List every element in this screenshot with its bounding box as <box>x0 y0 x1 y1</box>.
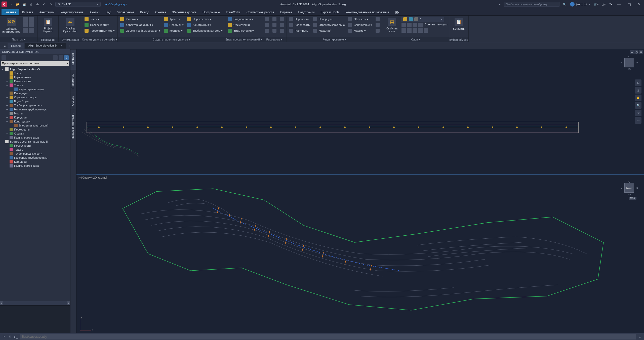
tree-node[interactable]: +Съемка <box>0 132 70 136</box>
ribbon-tab-analyze[interactable]: Анализ <box>87 9 103 15</box>
ribbon-tab-featured[interactable]: Рекомендованные приложения <box>342 9 392 15</box>
tree-node[interactable]: Элементы конструкций <box>0 123 70 128</box>
user-menu[interactable]: jenrix.kot ▾ <box>570 2 590 7</box>
tree-node[interactable]: Группы рамок вида <box>0 136 70 140</box>
mirror-button[interactable]: Отразить зеркально <box>312 22 346 27</box>
ribbon-tab-express[interactable]: Express Tools <box>317 9 342 15</box>
tree-node[interactable]: Группы рамок вида <box>0 164 70 168</box>
samplelines-button[interactable]: Оси сечений <box>227 22 255 27</box>
drawing-tab[interactable]: Align-Superelevation-5* ✕ <box>25 43 66 49</box>
viewcube-top[interactable]: С Ю З В <box>622 56 636 70</box>
panel-title-design-data[interactable]: Создать проектные данные ▾ <box>118 37 225 42</box>
ribbon-tab-home[interactable]: Главная <box>2 9 19 15</box>
ts-btn-3[interactable] <box>59 55 63 60</box>
tree-node[interactable]: Водосборы <box>0 99 70 103</box>
nav-zoom[interactable]: 🔍 <box>635 102 641 109</box>
tree-hscroll[interactable]: ◂ ▸ <box>0 301 70 305</box>
palette-btn-2[interactable] <box>23 22 28 27</box>
maximize-button[interactable]: ▢ <box>626 2 632 6</box>
panel-title-modify[interactable]: Редактирование ▾ <box>287 37 382 42</box>
viewport-profile[interactable]: — ▢ ✕ С Ю З В <box>76 49 644 174</box>
vtab-prospector[interactable]: Навигатор <box>70 49 76 70</box>
layer-btn-1[interactable] <box>401 23 406 27</box>
tree-node[interactable]: Перекрестки <box>0 128 70 132</box>
layer-btn-3[interactable] <box>413 23 417 27</box>
tree-node[interactable]: -Быстрые ссылки на данные [] <box>0 140 70 144</box>
panel-title-draw[interactable]: Рисование ▾ <box>262 37 287 42</box>
nav-orbit[interactable]: ⟲ <box>635 110 641 116</box>
array-button[interactable]: Массив ▾ <box>347 28 373 33</box>
paste-button[interactable]: 📋 Вставить <box>451 17 467 30</box>
draw-polyline[interactable] <box>264 22 270 27</box>
new-tab-button[interactable]: + <box>66 43 73 49</box>
save-icon[interactable]: 💾 <box>22 2 27 7</box>
ribbon-tab-modify[interactable]: Редактирование <box>57 9 86 15</box>
layer-btn-6[interactable] <box>407 28 412 33</box>
scroll-right-icon[interactable]: ▸ <box>67 301 70 305</box>
ribbon-tab-infraworks[interactable]: InfraWorks <box>223 9 244 15</box>
rotate-button[interactable]: Повернуть <box>312 17 346 22</box>
draw-arc[interactable] <box>271 17 277 22</box>
palette-btn-1[interactable] <box>23 17 28 22</box>
vtab-survey[interactable]: Съемка <box>70 92 76 109</box>
assembly-button[interactable]: Конструкция ▾ <box>186 22 224 27</box>
ribbon-tab-extra[interactable]: ▣▾ <box>392 9 403 15</box>
viewport-plan[interactable]: [+][Сверху][2D-каркас] С Ю З В Сверху МС… <box>76 174 644 333</box>
search-icon[interactable]: 🔍 <box>563 3 567 6</box>
points-button[interactable]: Точки ▾ <box>84 17 116 22</box>
tree-node[interactable]: Мосты <box>0 111 70 115</box>
scroll-left-icon[interactable]: ◂ <box>0 301 3 305</box>
ribbon-tab-addins[interactable]: Надстройки <box>295 9 318 15</box>
ribbon-tab-insert[interactable]: Вставка <box>19 9 36 15</box>
ribbon-tab-view[interactable]: Вид <box>103 9 114 15</box>
draw-circle[interactable] <box>264 28 270 33</box>
tree-node[interactable]: Поверхности <box>0 144 70 148</box>
project-explorer-button[interactable]: 📋 Project Explorer <box>39 17 57 33</box>
ts-btn-2[interactable] <box>53 55 58 60</box>
draw-line[interactable] <box>264 17 270 22</box>
share-button[interactable]: ✈ Общий доступ <box>105 3 127 6</box>
tree-node[interactable]: +Конструкции <box>0 119 70 123</box>
parcel-button[interactable]: Участок ▾ <box>119 17 162 22</box>
minimize-button[interactable]: — <box>616 2 622 6</box>
close-tab-icon[interactable]: ✕ <box>60 44 62 47</box>
draw-spline[interactable] <box>279 22 285 27</box>
layer-btn-4[interactable] <box>418 23 423 27</box>
command-input[interactable] <box>20 334 636 339</box>
sectionviews-button[interactable]: Виды сечения ▾ <box>227 28 255 33</box>
tree-node[interactable]: Трубопроводные сети <box>0 152 70 156</box>
saveas-icon[interactable]: ⎙ <box>29 2 33 7</box>
palette-btn-5[interactable] <box>29 22 34 27</box>
expand-icon[interactable]: + <box>6 148 9 151</box>
toolspace-button[interactable]: ✖⚙ Область инструментов <box>2 17 21 33</box>
new-icon[interactable]: ▫ <box>9 2 14 7</box>
profile-button[interactable]: Профиль ▾ <box>163 22 185 27</box>
viewcube-face[interactable] <box>624 58 634 67</box>
tree-node[interactable]: +Трассы <box>0 148 70 152</box>
cmd-config-icon[interactable]: ⚙ <box>8 335 12 339</box>
tree-node[interactable]: +Коридоры <box>0 115 70 119</box>
tree-node[interactable]: +Трассы <box>0 83 70 87</box>
expand-icon[interactable]: + <box>6 104 9 107</box>
surfaces-button[interactable]: Поверхности ▾ <box>84 22 116 27</box>
palette-btn-3[interactable] <box>23 28 28 33</box>
ribbon-tab-survey[interactable]: Съемка <box>152 9 169 15</box>
cmd-expand-icon[interactable]: ▴ <box>638 335 642 339</box>
ribbon-tab-collaborate[interactable]: Совместная работа <box>244 9 277 15</box>
help-icon[interactable]: ?▾ <box>609 3 612 6</box>
tree-node[interactable]: Характерные линии <box>0 87 70 91</box>
layer-combo[interactable]: 0 ▾ <box>401 17 444 22</box>
ribbon-tab-transparent[interactable]: Прозрачные <box>199 9 223 15</box>
draw-point[interactable] <box>279 28 285 33</box>
ts-btn-help[interactable]: ? <box>64 55 69 60</box>
redo-icon[interactable]: ↷ <box>48 2 53 7</box>
expand-icon[interactable]: - <box>1 68 4 71</box>
layer-btn-7[interactable] <box>413 28 417 33</box>
pipenetwork-button[interactable]: Трубопроводная сеть ▾ <box>186 28 224 33</box>
layer-props-button[interactable]: ▤ Свойства слоя <box>384 17 400 33</box>
expand-icon[interactable]: - <box>1 140 4 143</box>
close-button[interactable]: ✕ <box>636 2 642 6</box>
panel-title-views[interactable]: Виды профилей и сечений ▾ <box>225 37 262 42</box>
toolspace-view-combo[interactable]: Просмотр активного чертежа▾ <box>1 61 69 66</box>
expand-icon[interactable]: + <box>6 120 9 123</box>
